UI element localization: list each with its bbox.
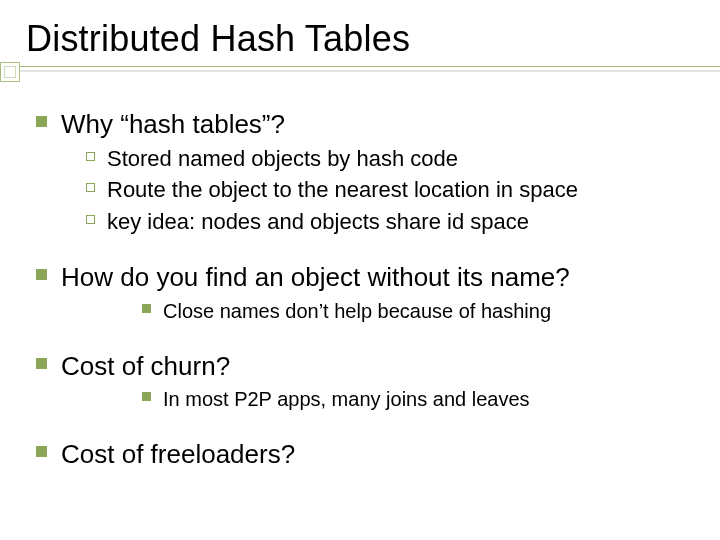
bullet-level3: In most P2P apps, many joins and leaves	[142, 386, 694, 412]
square-bullet-icon	[36, 116, 47, 127]
bullet-level2: Stored named objects by hash code	[86, 145, 694, 174]
hollow-square-bullet-icon	[86, 183, 95, 192]
accent-square-icon	[0, 62, 20, 82]
square-bullet-icon	[142, 392, 151, 401]
bullet-level2: key idea: nodes and objects share id spa…	[86, 208, 694, 237]
bullet-level1: Cost of churn?	[28, 350, 694, 383]
bullet-text: Why “hash tables”?	[61, 108, 285, 141]
square-bullet-icon	[36, 446, 47, 457]
bullet-text: Route the object to the nearest location…	[107, 176, 578, 205]
bullet-level1: Why “hash tables”?	[28, 108, 694, 141]
square-bullet-icon	[36, 269, 47, 280]
bullet-text: Cost of churn?	[61, 350, 230, 383]
bullet-text: Cost of freeloaders?	[61, 438, 295, 471]
bullet-text: In most P2P apps, many joins and leaves	[163, 386, 530, 412]
slide-body: Why “hash tables”? Stored named objects …	[26, 108, 694, 471]
square-bullet-icon	[36, 358, 47, 369]
bullet-level3: Close names don’t help because of hashin…	[142, 298, 694, 324]
title-rule	[0, 66, 720, 76]
bullet-text: Stored named objects by hash code	[107, 145, 458, 174]
bullet-text: Close names don’t help because of hashin…	[163, 298, 551, 324]
hollow-square-bullet-icon	[86, 215, 95, 224]
slide: Distributed Hash Tables Why “hash tables…	[0, 0, 720, 540]
square-bullet-icon	[142, 304, 151, 313]
bullet-text: How do you find an object without its na…	[61, 261, 570, 294]
slide-title: Distributed Hash Tables	[26, 18, 694, 60]
bullet-level2: Route the object to the nearest location…	[86, 176, 694, 205]
hollow-square-bullet-icon	[86, 152, 95, 161]
bullet-level1: Cost of freeloaders?	[28, 438, 694, 471]
bullet-level1: How do you find an object without its na…	[28, 261, 694, 294]
bullet-text: key idea: nodes and objects share id spa…	[107, 208, 529, 237]
